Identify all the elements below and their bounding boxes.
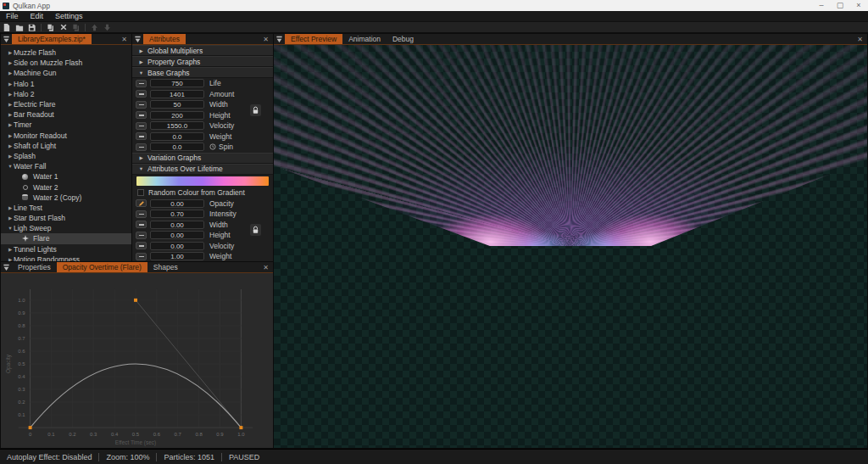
- graph-options-button[interactable]: [136, 101, 147, 109]
- intensity-value-field[interactable]: 0.70: [150, 210, 204, 218]
- curve-editor-tab-1[interactable]: Opacity Overtime (Flare): [57, 262, 147, 272]
- velocity-value-field[interactable]: 1550.0: [150, 121, 204, 130]
- weight-value-field[interactable]: 0.0: [150, 132, 204, 141]
- chevron-down-icon[interactable]: ▼: [7, 164, 14, 169]
- opacity-curve-graph[interactable]: 0.10.20.30.40.50.60.70.80.91.000.10.20.3…: [1, 273, 273, 448]
- graph-options-button[interactable]: [136, 221, 147, 228]
- preview-tab-2[interactable]: Debug: [387, 34, 420, 44]
- tree-item-halo-1[interactable]: ▶Halo 1: [1, 79, 131, 89]
- close-button[interactable]: ×: [849, 0, 868, 11]
- maximize-button[interactable]: ▢: [831, 0, 849, 11]
- library-tab-0[interactable]: LibraryExamples.zip*: [12, 34, 92, 44]
- tree-item-bar-readout[interactable]: ▶Bar Readout: [1, 109, 131, 120]
- edit-graph-pencil-icon[interactable]: [136, 199, 147, 207]
- tree-item-halo-2[interactable]: ▶Halo 2: [1, 89, 131, 99]
- tree-item-tunnel-lights[interactable]: ▶Tunnel Lights: [1, 244, 131, 254]
- section-header-variation-graphs[interactable]: ▶Variation Graphs: [132, 153, 273, 164]
- section-header-property-graphs[interactable]: ▶Property Graphs: [132, 56, 273, 67]
- attributes-tab-0[interactable]: Attributes: [143, 34, 186, 44]
- new-file-icon[interactable]: [0, 22, 13, 33]
- curve-control-point[interactable]: [29, 426, 32, 429]
- menu-settings[interactable]: Settings: [49, 11, 89, 22]
- attributes-undock-icon[interactable]: [132, 34, 143, 44]
- chevron-right-icon[interactable]: ▶: [7, 81, 14, 87]
- duplicate-icon[interactable]: [44, 22, 57, 33]
- section-header-global-multipliers[interactable]: ▶Global Multipliers: [132, 45, 273, 56]
- chevron-right-icon[interactable]: ▶: [7, 133, 14, 138]
- tree-item-water-1[interactable]: Water 1: [1, 171, 131, 182]
- amount-value-field[interactable]: 1401: [150, 90, 204, 98]
- chevron-right-icon[interactable]: ▶: [7, 122, 14, 127]
- curve-editor-tab-0[interactable]: Properties: [12, 262, 57, 272]
- graph-options-button[interactable]: [136, 242, 147, 249]
- attributes-close-icon[interactable]: ✕: [259, 34, 273, 44]
- tree-item-monitor-readout[interactable]: ▶Monitor Readout: [1, 131, 131, 141]
- height-value-field[interactable]: 0.00: [150, 231, 204, 239]
- graph-options-button[interactable]: [136, 143, 147, 151]
- aspect-lock-icon[interactable]: [250, 224, 261, 236]
- curve-editor-close-icon[interactable]: ✕: [259, 262, 273, 272]
- chevron-right-icon[interactable]: ▶: [7, 92, 14, 97]
- weight-value-field[interactable]: 1.00: [150, 252, 204, 260]
- tree-item-water-2-copy-[interactable]: Water 2 (Copy): [1, 193, 131, 203]
- spin-value-field[interactable]: 0.0: [150, 143, 204, 151]
- chevron-right-icon[interactable]: ▶: [7, 112, 14, 117]
- tree-item-star-burst-flash[interactable]: ▶Star Burst Flash: [1, 213, 131, 223]
- height-value-field[interactable]: 200: [150, 111, 204, 120]
- library-undock-icon[interactable]: [1, 34, 12, 44]
- width-value-field[interactable]: 50: [150, 100, 204, 109]
- chevron-right-icon[interactable]: ▶: [7, 50, 14, 55]
- aspect-lock-icon[interactable]: [250, 104, 261, 116]
- curve-editor-tab-2[interactable]: Shapes: [147, 262, 184, 272]
- velocity-value-field[interactable]: 0.00: [150, 242, 204, 250]
- chevron-right-icon[interactable]: ▶: [7, 70, 14, 75]
- tree-item-splash[interactable]: ▶Splash: [1, 151, 131, 161]
- preview-tab-0[interactable]: Effect Preview: [285, 34, 342, 44]
- tree-item-motion-randomness[interactable]: ▶Motion Randomness: [1, 254, 131, 261]
- curve-editor-undock-icon[interactable]: [1, 262, 12, 272]
- graph-options-button[interactable]: [136, 232, 147, 239]
- tree-item-water-fall[interactable]: ▼Water Fall: [1, 161, 131, 171]
- preview-tab-1[interactable]: Animation: [342, 34, 387, 44]
- preview-undock-icon[interactable]: [274, 34, 285, 44]
- graph-options-button[interactable]: [136, 90, 147, 98]
- graph-options-button[interactable]: [136, 80, 147, 87]
- open-file-icon[interactable]: [13, 22, 25, 33]
- chevron-right-icon[interactable]: ▶: [7, 102, 14, 107]
- tree-item-timer[interactable]: ▶Timer: [1, 120, 131, 130]
- tree-item-machine-gun[interactable]: ▶Machine Gun: [1, 68, 131, 78]
- width-value-field[interactable]: 0.00: [150, 221, 204, 229]
- chevron-right-icon[interactable]: ▶: [7, 143, 14, 148]
- tree-item-side-on-muzzle-flash[interactable]: ▶Side on Muzzle Flash: [1, 58, 131, 68]
- opacity-value-field[interactable]: 0.00: [150, 199, 204, 208]
- library-close-icon[interactable]: ✕: [117, 34, 131, 44]
- minimize-button[interactable]: –: [812, 0, 831, 11]
- graph-options-button[interactable]: [136, 111, 147, 119]
- tree-item-ligh-sweep[interactable]: ▼Ligh Sweep: [1, 223, 131, 233]
- chevron-right-icon[interactable]: ▶: [7, 205, 14, 210]
- menu-file[interactable]: File: [0, 11, 25, 22]
- delete-icon[interactable]: [57, 22, 70, 33]
- effect-preview-canvas[interactable]: [274, 45, 867, 448]
- chevron-right-icon[interactable]: ▶: [7, 60, 14, 65]
- chevron-right-icon[interactable]: ▶: [7, 154, 14, 159]
- curve-control-point[interactable]: [134, 299, 137, 302]
- graph-options-button[interactable]: [136, 210, 147, 218]
- save-icon[interactable]: [25, 22, 38, 33]
- graph-options-button[interactable]: [136, 132, 147, 140]
- chevron-right-icon[interactable]: ▶: [7, 215, 14, 221]
- tree-item-line-test[interactable]: ▶Line Test: [1, 203, 131, 213]
- section-header-attributes-over-lifetime[interactable]: ▼Attributes Over Lifetime: [132, 164, 273, 175]
- tree-item-water-2[interactable]: Water 2: [1, 182, 131, 192]
- menu-edit[interactable]: Edit: [25, 11, 50, 22]
- tree-item-muzzle-flash[interactable]: ▶Muzzle Flash: [1, 48, 131, 58]
- preview-close-icon[interactable]: ✕: [853, 34, 867, 44]
- curve-control-point[interactable]: [239, 426, 242, 429]
- section-header-base-graphs[interactable]: ▼Base Graphs: [132, 67, 273, 78]
- tree-item-electric-flare[interactable]: ▶Electric Flare: [1, 99, 131, 109]
- chevron-right-icon[interactable]: ▶: [7, 247, 14, 252]
- tree-item-shaft-of-light[interactable]: ▶Shaft of Light: [1, 141, 131, 151]
- lifetime-gradient-bar[interactable]: [136, 176, 269, 186]
- graph-options-button[interactable]: [136, 253, 147, 260]
- life-value-field[interactable]: 750: [150, 79, 204, 87]
